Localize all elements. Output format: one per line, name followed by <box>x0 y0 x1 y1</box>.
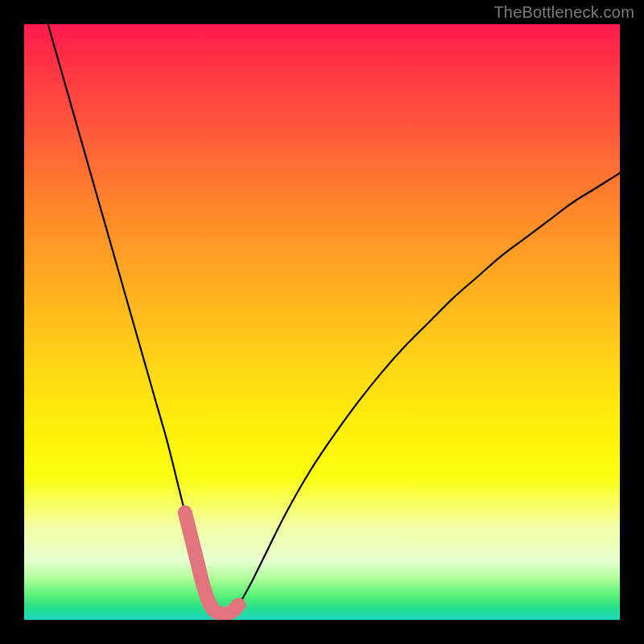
highlight-band <box>185 513 239 614</box>
bottleneck-chart-svg <box>24 24 620 620</box>
chart-plot-area <box>24 24 620 620</box>
bottleneck-curve <box>48 24 620 614</box>
watermark-text: TheBottleneck.com <box>493 3 634 22</box>
